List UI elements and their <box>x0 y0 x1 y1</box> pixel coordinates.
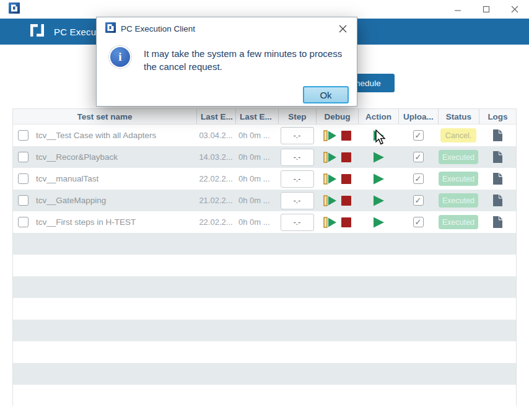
step-input[interactable] <box>281 170 314 188</box>
debug-resume-button[interactable] <box>323 152 337 163</box>
status-badge: Executed <box>439 215 478 229</box>
step-input[interactable] <box>281 192 314 209</box>
column-header-upload[interactable]: Uploa... <box>398 109 438 124</box>
table-row: tcv__manualTast 22.02.2... 0h 0m ... ✓ E… <box>13 168 516 190</box>
file-logs-icon <box>492 129 503 142</box>
test-set-name: tcv__Recor&Playback <box>36 152 118 162</box>
dialog-titlebar: PC Execution Client <box>97 17 357 40</box>
debug-stop-button[interactable] <box>341 196 351 206</box>
last-exec-duration: 0h 0m ... <box>238 196 270 205</box>
file-logs-icon <box>492 216 503 229</box>
table-row: tcv__First steps in H-TEST 22.02.2... 0h… <box>13 211 516 233</box>
dialog-message: It may take the system a few minutes to … <box>144 46 347 73</box>
step-input[interactable] <box>281 127 314 144</box>
minimize-button[interactable] <box>444 0 472 19</box>
column-header-test-set-name[interactable]: Test set name <box>13 109 196 124</box>
debug-resume-icon <box>323 173 337 185</box>
column-header-step[interactable]: Step <box>278 109 316 124</box>
debug-resume-icon <box>323 217 337 228</box>
row-select-checkbox[interactable] <box>18 130 28 141</box>
test-set-table: Test set name Last E... Last E... Step D… <box>12 108 517 406</box>
maximize-button[interactable] <box>472 0 501 19</box>
debug-resume-button[interactable] <box>323 217 337 228</box>
last-exec-date: 22.02.2... <box>199 217 232 227</box>
debug-stop-button[interactable] <box>341 174 351 184</box>
last-exec-duration: 0h 0m ... <box>238 217 270 227</box>
table-header-row: Test set name Last E... Last E... Step D… <box>13 109 516 125</box>
action-run-button[interactable] <box>372 129 385 142</box>
debug-stop-button[interactable] <box>341 152 351 162</box>
last-exec-date: 22.02.2... <box>199 174 232 183</box>
stop-icon <box>341 174 351 184</box>
column-header-status[interactable]: Status <box>438 109 479 124</box>
step-input[interactable] <box>281 214 314 231</box>
column-header-debug[interactable]: Debug <box>316 109 358 124</box>
table-row: tcv__Recor&Playback 14.03.2... 0h 0m ...… <box>13 146 516 168</box>
action-run-button[interactable] <box>372 195 385 207</box>
step-input[interactable] <box>281 149 314 166</box>
empty-table-row <box>13 233 516 255</box>
row-select-checkbox[interactable] <box>18 217 28 227</box>
info-icon: i <box>109 46 131 68</box>
debug-resume-icon <box>323 130 337 141</box>
empty-table-row <box>13 341 516 363</box>
upload-checkbox[interactable]: ✓ <box>413 195 424 206</box>
last-exec-date: 03.04.2... <box>199 131 232 140</box>
test-set-name: tcv__manualTast <box>36 174 98 183</box>
debug-resume-button[interactable] <box>323 130 337 141</box>
last-exec-duration: 0h 0m ... <box>238 131 270 140</box>
app-logo-icon <box>28 21 46 42</box>
file-logs-icon <box>492 194 503 207</box>
dialog-body: i It may take the system a few minutes t… <box>97 40 357 73</box>
column-header-last-exec-duration[interactable]: Last E... <box>235 109 278 124</box>
window-titlebar <box>0 0 529 19</box>
row-select-checkbox[interactable] <box>18 195 28 206</box>
empty-table-row <box>13 255 516 276</box>
debug-stop-button[interactable] <box>341 131 351 141</box>
row-select-checkbox[interactable] <box>18 173 28 184</box>
file-logs-icon <box>492 172 503 185</box>
logs-button[interactable] <box>492 194 503 207</box>
play-icon <box>372 173 385 185</box>
debug-resume-button[interactable] <box>323 195 337 206</box>
empty-table-row <box>13 385 516 406</box>
action-run-button[interactable] <box>372 173 385 185</box>
action-run-button[interactable] <box>372 216 385 229</box>
logs-button[interactable] <box>492 151 503 164</box>
test-set-name: tcv__Test Case with all Adapters <box>36 131 156 140</box>
stop-icon <box>341 196 351 206</box>
ok-button[interactable]: Ok <box>303 86 349 103</box>
stop-icon <box>341 152 351 162</box>
table-row: tcv__GateMapping 21.02.2... 0h 0m ... ✓ … <box>13 190 516 211</box>
status-badge: Executed <box>439 193 478 208</box>
debug-resume-button[interactable] <box>323 173 337 185</box>
row-select-checkbox[interactable] <box>18 152 28 162</box>
play-icon <box>372 216 385 229</box>
column-header-logs[interactable]: Logs <box>479 109 516 124</box>
logs-button[interactable] <box>492 172 503 185</box>
status-badge: Cancel. <box>440 128 476 142</box>
column-header-last-exec-date[interactable]: Last E... <box>196 109 235 124</box>
logs-button[interactable] <box>492 216 503 229</box>
status-badge: Executed <box>439 150 478 164</box>
dialog-close-icon[interactable] <box>334 20 351 37</box>
last-exec-duration: 0h 0m ... <box>238 152 270 162</box>
upload-checkbox[interactable]: ✓ <box>413 152 424 162</box>
test-set-name: tcv__GateMapping <box>36 196 106 205</box>
debug-resume-icon <box>323 152 337 163</box>
upload-checkbox[interactable]: ✓ <box>413 173 424 184</box>
upload-checkbox[interactable]: ✓ <box>413 217 424 227</box>
stop-icon <box>341 131 351 141</box>
app-window-icon <box>9 2 20 16</box>
column-header-action[interactable]: Action <box>358 109 398 124</box>
last-exec-date: 21.02.2... <box>199 196 232 205</box>
dialog-title: PC Execution Client <box>121 24 195 33</box>
table-row: tcv__Test Case with all Adapters 03.04.2… <box>13 125 516 146</box>
upload-checkbox[interactable]: ✓ <box>413 130 424 141</box>
close-button[interactable] <box>501 0 529 19</box>
action-run-button[interactable] <box>372 151 385 164</box>
play-icon <box>372 195 385 207</box>
debug-stop-button[interactable] <box>341 217 351 227</box>
logs-button[interactable] <box>492 129 503 142</box>
empty-table-row <box>13 320 516 341</box>
